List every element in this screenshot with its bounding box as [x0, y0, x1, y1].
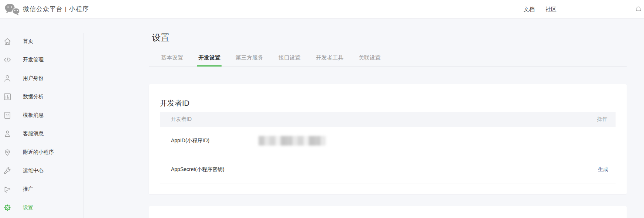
- sidebar-item-label: 开发管理: [23, 57, 44, 63]
- sidebar-item-customer-service[interactable]: 客服消息: [0, 125, 83, 143]
- table-row-appid: AppID(小程序ID): [160, 127, 616, 155]
- sidebar-item-user-identity[interactable]: 用户身份: [0, 69, 83, 88]
- megaphone-icon: [3, 185, 12, 194]
- column-developer-id: 开发者ID: [171, 116, 192, 123]
- app-title: 微信公众平台 | 小程序: [23, 0, 89, 18]
- main-content: 设置 基本设置 开发设置 第三方服务 接口设置 开发者工具 关联设置 开发者ID…: [149, 18, 627, 218]
- sidebar-item-promotion[interactable]: 推广: [0, 180, 83, 198]
- home-icon: [3, 37, 12, 46]
- code-icon: [3, 55, 12, 64]
- gear-icon: [3, 203, 12, 212]
- sidebar-item-label: 模板消息: [23, 112, 44, 119]
- sidebar-item-label: 推广: [23, 186, 33, 193]
- notification-bell-icon[interactable]: [635, 5, 642, 15]
- sidebar-item-label: 附近的小程序: [23, 149, 54, 156]
- section-title-developer-id: 开发者ID: [160, 99, 616, 108]
- sidebar-divider: [83, 33, 83, 218]
- settings-tabs: 基本设置 开发设置 第三方服务 接口设置 开发者工具 关联设置: [149, 54, 627, 67]
- appsecret-label: AppSecret(小程序密钥): [171, 166, 225, 173]
- tab-related-settings[interactable]: 关联设置: [359, 54, 381, 66]
- next-section-card: [149, 206, 627, 218]
- template-doc-icon: [3, 111, 12, 120]
- tab-dev-settings[interactable]: 开发设置: [198, 54, 220, 66]
- tab-basic-settings[interactable]: 基本设置: [161, 54, 183, 66]
- sidebar-item-label: 用户身份: [23, 75, 44, 82]
- sidebar-item-label: 首页: [23, 38, 33, 45]
- sidebar-item-template-message[interactable]: 模板消息: [0, 106, 83, 125]
- sidebar-item-home[interactable]: 首页: [0, 32, 83, 51]
- customer-service-icon: [3, 129, 12, 138]
- appid-masked-value: [258, 136, 326, 146]
- user-icon: [3, 74, 12, 83]
- sidebar-item-label: 运维中心: [23, 167, 44, 174]
- generate-button[interactable]: 生成: [598, 166, 608, 173]
- sidebar-item-label: 客服消息: [23, 130, 44, 137]
- tab-third-party-services[interactable]: 第三方服务: [236, 54, 263, 66]
- sidebar-item-dev-management[interactable]: 开发管理: [0, 51, 83, 69]
- page-title: 设置: [152, 32, 627, 44]
- wechat-logo[interactable]: [4, 3, 21, 16]
- column-action: 操作: [597, 116, 607, 123]
- table-row-appsecret: AppSecret(小程序密钥) 生成: [160, 155, 616, 184]
- bar-chart-icon: [3, 92, 12, 101]
- sidebar-item-label: 数据分析: [23, 93, 44, 100]
- sidebar-item-data-analysis[interactable]: 数据分析: [0, 88, 83, 106]
- developer-id-card: 开发者ID 开发者ID 操作 AppID(小程序ID) AppSecret(小程…: [149, 84, 627, 194]
- tab-dev-tools[interactable]: 开发者工具: [316, 54, 343, 66]
- wrench-icon: [3, 166, 12, 175]
- table-header: 开发者ID 操作: [160, 112, 616, 127]
- nav-community[interactable]: 社区: [545, 0, 556, 18]
- top-bar: 微信公众平台 | 小程序 文档 社区: [0, 0, 644, 18]
- sidebar-item-ops-center[interactable]: 运维中心: [0, 161, 83, 180]
- sidebar: 首页 开发管理 用户身份 数据分析: [0, 18, 83, 218]
- nav-docs[interactable]: 文档: [524, 0, 535, 18]
- sidebar-item-label: 设置: [23, 204, 33, 211]
- location-pin-icon: [3, 148, 12, 157]
- appid-label: AppID(小程序ID): [171, 137, 258, 144]
- tab-api-settings[interactable]: 接口设置: [278, 54, 301, 66]
- sidebar-item-settings[interactable]: 设置: [0, 198, 83, 217]
- sidebar-item-nearby-miniprograms[interactable]: 附近的小程序: [0, 143, 83, 161]
